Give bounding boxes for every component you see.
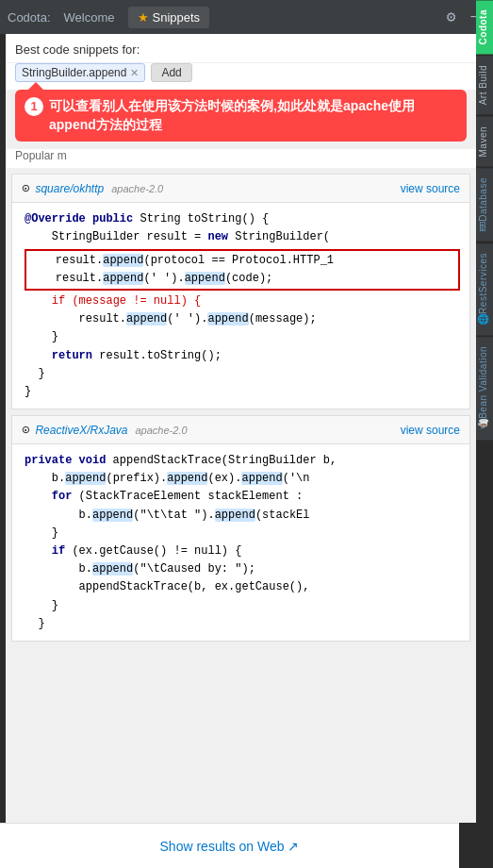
license-2: apache-2.0: [135, 425, 400, 436]
tab-welcome[interactable]: Welcome: [55, 7, 124, 28]
rest-icon: 🌐: [478, 313, 488, 326]
code-line-1-3: result.append(' ').append(code);: [28, 270, 456, 288]
result-item-1: ⊙ square/okhttp apache-2.0 view source @…: [11, 174, 470, 409]
tab-snippets-label: Snippets: [153, 10, 201, 25]
result-header-1: ⊙ square/okhttp apache-2.0 view source: [12, 175, 469, 203]
right-sidebar: Codota Art Build Maven 🗄Database 🌐RestSe…: [476, 0, 493, 868]
code-line-1-8: }: [25, 365, 460, 383]
tooltip-text: 可以查看别人在使用该方法时候的案例,如此处就是apache使用append方法的…: [49, 98, 415, 132]
view-source-1[interactable]: view source: [401, 182, 460, 195]
code-line-2-4: }: [25, 525, 460, 542]
popular-methods-row: Popular m: [6, 149, 476, 168]
bean-icon: ☕: [478, 419, 488, 431]
sidebar-tab-art-build[interactable]: Art Build: [476, 56, 493, 114]
add-button[interactable]: Add: [151, 63, 191, 82]
code-line-2-2: for (StackTraceElement stackElement :: [25, 488, 460, 506]
search-tag-text: StringBuilder.append: [22, 66, 126, 79]
database-icon: 🗄: [478, 222, 488, 232]
code-line-2-1: b.append(prefix).append(ex).append('\n: [25, 470, 460, 488]
popular-methods-text: Popular m: [15, 149, 67, 162]
code-line-1-7: return result.toString();: [25, 347, 460, 365]
result-header-2: ⊙ ReactiveX/RxJava apache-2.0 view sourc…: [12, 416, 469, 444]
sidebar-tab-rest[interactable]: 🌐RestServices: [476, 243, 493, 335]
repo-link-2[interactable]: ReactiveX/RxJava: [35, 424, 127, 437]
code-line-1-4: if (message != null) {: [25, 292, 460, 310]
github-icon-2: ⊙: [22, 422, 29, 438]
code-line-2-0: private void appendStackTrace(StringBuil…: [25, 452, 460, 470]
code-line-1-9: }: [25, 383, 460, 401]
main-content: Best code snippets for: StringBuilder.ap…: [0, 34, 476, 868]
search-row: StringBuilder.append ✕ Add: [6, 63, 476, 90]
app-label: Codota:: [8, 10, 51, 25]
code-block-1: @Override public String toString() { Str…: [12, 203, 469, 409]
code-block-2: private void appendStackTrace(StringBuil…: [12, 444, 469, 641]
code-line-1-5: result.append(' ').append(message);: [25, 310, 460, 328]
github-icon-1: ⊙: [22, 180, 29, 196]
tab-welcome-label: Welcome: [64, 10, 115, 25]
tooltip-number: 1: [25, 97, 43, 116]
sidebar-tab-maven[interactable]: Maven: [476, 117, 493, 167]
top-bar: Codota: Welcome ★ Snippets ⚙ —: [0, 0, 493, 34]
code-line-1-2: result.append(protocol == Protocol.HTTP_…: [28, 252, 456, 270]
close-tag-icon[interactable]: ✕: [130, 67, 139, 79]
license-1: apache-2.0: [111, 183, 400, 194]
search-tag[interactable]: StringBuilder.append ✕: [15, 63, 145, 82]
code-line-2-9: }: [25, 615, 460, 633]
sidebar-tab-codota[interactable]: Codota: [476, 0, 493, 54]
panel-header: Best code snippets for:: [15, 42, 140, 57]
code-line-2-5: if (ex.getCause() != null) {: [25, 542, 460, 560]
result-item-2: ⊙ ReactiveX/RxJava apache-2.0 view sourc…: [11, 415, 470, 642]
code-line-1-1: StringBuilder result = new StringBuilder…: [25, 228, 460, 246]
code-line-2-8: }: [25, 597, 460, 615]
sidebar-tab-bean[interactable]: ☕Bean Validation: [476, 337, 493, 440]
repo-link-1[interactable]: square/okhttp: [35, 182, 104, 195]
show-results-link[interactable]: Show results on Web ↗: [160, 839, 300, 854]
inner-main: Best code snippets for: StringBuilder.ap…: [6, 34, 476, 823]
code-line-2-7: appendStackTrace(b, ex.getCause(),: [25, 578, 460, 596]
bottom-bar: Show results on Web ↗: [0, 823, 459, 868]
tooltip-balloon: 1 可以查看别人在使用该方法时候的案例,如此处就是apache使用append方…: [15, 90, 467, 142]
code-line-1-6: }: [25, 328, 460, 346]
code-line-2-6: b.append("\tCaused by: ");: [25, 560, 460, 578]
view-source-2[interactable]: view source: [401, 424, 460, 437]
code-line-2-3: b.append("\t\tat ").append(stackEl: [25, 507, 460, 525]
code-line-1-0: @Override public String toString() {: [25, 210, 460, 228]
sidebar-tab-database[interactable]: 🗄Database: [476, 168, 493, 241]
tab-snippets[interactable]: ★ Snippets: [128, 7, 210, 28]
star-icon: ★: [138, 10, 149, 25]
gear-button[interactable]: ⚙: [441, 6, 462, 28]
